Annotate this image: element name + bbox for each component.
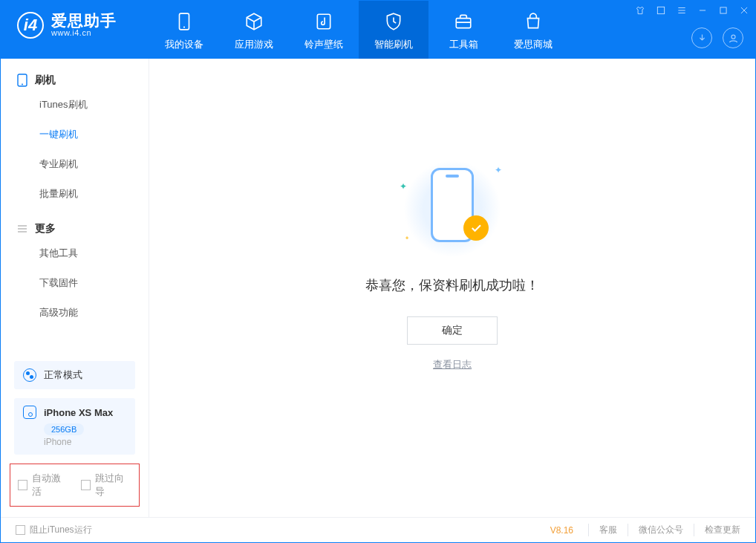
header-right-buttons: [691, 27, 743, 48]
footer-link-support[interactable]: 客服: [588, 524, 628, 536]
music-icon: [314, 10, 333, 33]
app-name: 爱思助手: [51, 13, 117, 29]
main-content: ✦ ✦ • 恭喜您，保资料刷机成功啦！ 确定 查看日志: [149, 59, 755, 517]
logo: i4 爱思助手 www.i4.cn: [1, 1, 149, 39]
checkbox-skip-guide[interactable]: 跳过向导: [81, 472, 132, 498]
device-icon: [17, 74, 27, 87]
sidebar-item-itunes[interactable]: iTunes刷机: [1, 90, 149, 120]
checkbox-auto-activate[interactable]: 自动激活: [18, 472, 69, 498]
device-name: iPhone XS Max: [44, 407, 113, 418]
mode-card[interactable]: 正常模式: [14, 361, 135, 389]
footer-link-wechat[interactable]: 微信公众号: [628, 524, 694, 536]
maximize-icon[interactable]: [717, 4, 730, 17]
cube-icon: [244, 10, 264, 33]
download-button[interactable]: [691, 27, 712, 48]
phone-outline-icon: [23, 406, 36, 419]
sidebar-item-firmware[interactable]: 下载固件: [1, 268, 149, 298]
sidebar-item-batch[interactable]: 批量刷机: [1, 179, 149, 209]
checkbox-block-itunes[interactable]: 阻止iTunes运行: [16, 524, 92, 536]
sidebar-item-oneclick[interactable]: 一键刷机: [1, 120, 149, 149]
spark-icon: ✦: [400, 181, 407, 192]
nav-mydevice[interactable]: 我的设备: [149, 1, 219, 59]
view-log-link[interactable]: 查看日志: [433, 358, 472, 371]
options-highlight-box: 自动激活 跳过向导: [10, 464, 140, 507]
top-nav: 我的设备 应用游戏 铃声壁纸 智能刷机 工具箱 爱思商城: [149, 1, 568, 59]
sidebar-item-advanced[interactable]: 高级功能: [1, 298, 149, 328]
body: 刷机 iTunes刷机 一键刷机 专业刷机 批量刷机 更多 其他工具 下载固件 …: [1, 59, 755, 517]
app-header: i4 爱思助手 www.i4.cn 我的设备 应用游戏 铃声壁纸 智能刷机 工具…: [1, 1, 755, 59]
phone-icon: [175, 10, 194, 33]
svg-point-1: [183, 27, 185, 28]
account-button[interactable]: [723, 27, 743, 48]
close-icon[interactable]: [737, 4, 751, 17]
nav-toolbox[interactable]: 工具箱: [428, 1, 498, 59]
success-illustration: ✦ ✦ •: [404, 160, 501, 257]
device-type: iPhone: [44, 437, 126, 447]
svg-rect-4: [657, 7, 664, 13]
svg-point-8: [22, 84, 23, 85]
nav-flash[interactable]: 智能刷机: [359, 1, 428, 59]
spark-icon: ✦: [495, 165, 502, 175]
device-capacity: 256GB: [44, 423, 84, 435]
mode-icon: [23, 368, 36, 382]
nav-apps[interactable]: 应用游戏: [219, 1, 289, 59]
shirt-icon[interactable]: [633, 4, 647, 17]
shield-icon: [384, 10, 403, 33]
list-icon: [17, 224, 27, 234]
minimize-icon[interactable]: [696, 4, 709, 17]
success-message: 恭喜您，保资料刷机成功啦！: [365, 276, 539, 294]
svg-rect-2: [317, 14, 330, 29]
menu-icon[interactable]: [675, 4, 688, 17]
box-icon[interactable]: [654, 4, 668, 17]
check-badge-icon: [463, 215, 489, 241]
sidebar-section-flash: 刷机: [1, 68, 149, 90]
window-controls: [633, 4, 751, 17]
footer: 阻止iTunes运行 V8.16 客服 微信公众号 检查更新: [1, 517, 755, 542]
sidebar-item-other[interactable]: 其他工具: [1, 238, 149, 268]
sidebar: 刷机 iTunes刷机 一键刷机 专业刷机 批量刷机 更多 其他工具 下载固件 …: [1, 59, 149, 517]
svg-rect-3: [456, 19, 471, 28]
footer-link-update[interactable]: 检查更新: [694, 524, 740, 536]
logo-icon: i4: [17, 12, 44, 39]
mode-label: 正常模式: [44, 368, 82, 382]
svg-point-6: [731, 35, 735, 39]
sidebar-item-pro[interactable]: 专业刷机: [1, 149, 149, 179]
app-url: www.i4.cn: [51, 29, 117, 38]
svg-rect-5: [720, 7, 726, 13]
spark-icon: •: [405, 233, 408, 244]
sidebar-section-more: 更多: [1, 216, 149, 238]
nav-ringtone[interactable]: 铃声壁纸: [289, 1, 359, 59]
toolbox-icon: [454, 10, 473, 33]
version-label: V8.16: [550, 525, 573, 536]
nav-store[interactable]: 爱思商城: [498, 1, 568, 59]
device-card[interactable]: iPhone XS Max 256GB iPhone: [14, 398, 135, 455]
bag-icon: [524, 10, 543, 33]
ok-button[interactable]: 确定: [407, 316, 498, 345]
